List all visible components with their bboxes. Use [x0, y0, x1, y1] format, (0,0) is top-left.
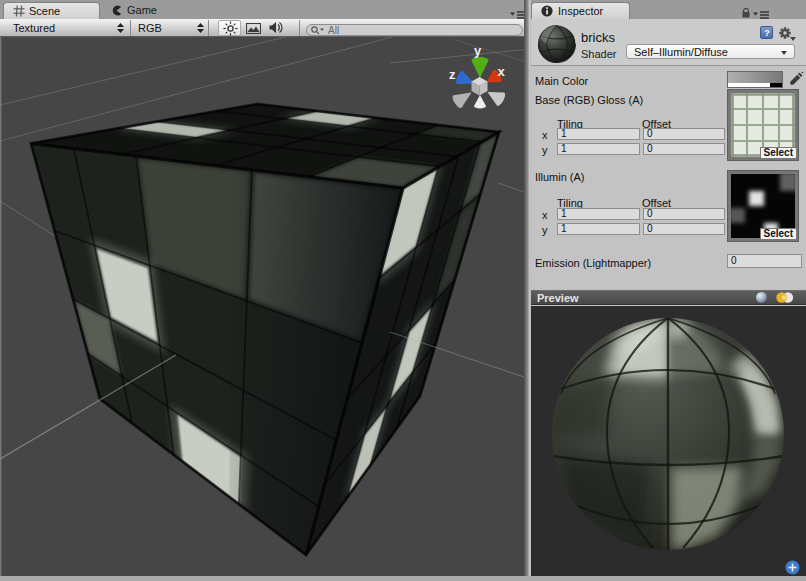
svg-text:z: z — [449, 67, 456, 82]
svg-text:x: x — [498, 64, 506, 79]
svg-text:y: y — [474, 43, 482, 58]
